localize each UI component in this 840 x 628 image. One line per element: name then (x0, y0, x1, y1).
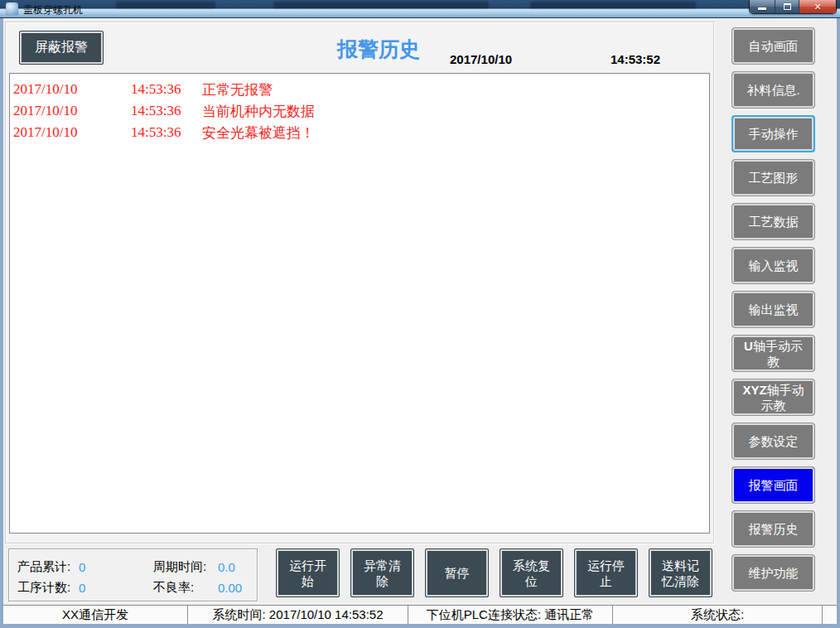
button-label: 系统复位 (507, 558, 556, 589)
alarm-message: 正常无报警 (202, 80, 709, 99)
alarm-message: 当前机种内无数据 (202, 102, 709, 121)
button-label: 工艺数据 (749, 214, 799, 229)
close-button[interactable]: ✕ (799, 0, 836, 13)
alarm-date: 2017/10/10 (13, 81, 131, 98)
button-label: 补料信息. (746, 82, 799, 98)
defect-rate-label: 不良率: (153, 580, 218, 596)
button-label: 自动画面 (749, 38, 799, 54)
button-label: 手动操作 (749, 126, 799, 142)
sidebar-button-refill-info[interactable]: 补料信息. (731, 71, 815, 109)
sidebar-button-maintenance[interactable]: 维护功能 (731, 554, 815, 592)
app-window: 盖板穿螺孔机 ✕ 屏蔽报警 报警历史 2017/10/10 14:53:52 2… (0, 0, 840, 628)
alarm-history-list: 2017/10/10 14:53:36 正常无报警 2017/10/10 14:… (9, 73, 710, 534)
window-title: 盖板穿螺孔机 (23, 3, 83, 17)
button-label: XYZ轴手动示教 (740, 382, 807, 413)
product-total-value: 0 (79, 560, 153, 574)
sidebar-button-manual-operation[interactable]: 手动操作 (731, 115, 815, 152)
window-controls: ✕ (749, 0, 837, 14)
alarm-row[interactable]: 2017/10/10 14:53:36 当前机种内无数据 (13, 100, 709, 122)
process-count-value: 0 (79, 581, 153, 595)
run-stop-button[interactable]: 运行停止 (574, 548, 638, 597)
alarm-message: 安全光幕被遮挡！ (202, 123, 709, 143)
defect-rate-value: 0.00 (218, 581, 242, 595)
button-label: 维护功能 (749, 565, 799, 581)
button-label: 参数设定 (749, 433, 799, 449)
production-stats-panel: 产品累计: 0 周期时间: 0.0 工序计数: 0 不良率: 0.00 (8, 548, 258, 601)
system-reset-button[interactable]: 系统复位 (500, 548, 563, 597)
button-label: 暂停 (445, 565, 470, 581)
feed-memory-clear-button[interactable]: 送料记忆清除 (649, 548, 712, 597)
sidebar-button-alarm-screen[interactable]: 报警画面 (731, 466, 815, 504)
mask-alarm-button[interactable]: 屏蔽报警 (19, 31, 104, 65)
cycle-time-value: 0.0 (218, 560, 235, 574)
minimize-icon (758, 7, 766, 10)
alarm-time: 14:53:36 (131, 81, 202, 98)
alarm-row[interactable]: 2017/10/10 14:53:36 安全光幕被遮挡！ (13, 122, 709, 143)
sidebar-button-process-graphic[interactable]: 工艺图形 (731, 159, 815, 196)
app-icon (6, 2, 18, 15)
alarm-history-panel: 屏蔽报警 报警历史 2017/10/10 14:53:52 2017/10/10… (5, 22, 714, 543)
header-time: 14:53:52 (611, 52, 660, 66)
status-grip-area (823, 606, 837, 624)
process-count-label: 工序计数: (17, 580, 79, 596)
run-start-button[interactable]: 运行开始 (276, 548, 340, 597)
titlebar-reflection (530, 2, 696, 8)
status-plc-connection: 下位机PLC连接状态: 通讯正常 (408, 606, 613, 624)
error-clear-button[interactable]: 异常清除 (350, 548, 414, 597)
alarm-date: 2017/10/10 (13, 124, 131, 141)
status-bar: XX通信开发 系统时间: 2017/10/10 14:53:52 下位机PLC连… (3, 605, 837, 624)
header-date: 2017/10/10 (450, 52, 512, 66)
button-label: 工艺图形 (749, 170, 799, 186)
sidebar-button-parameter-setting[interactable]: 参数设定 (731, 423, 815, 460)
sidebar-button-u-axis-teach[interactable]: U轴手动示教 (731, 335, 815, 372)
titlebar-reflection (273, 2, 489, 8)
button-label: 运行开始 (283, 558, 332, 589)
button-label: 异常清除 (358, 558, 407, 589)
sidebar-button-alarm-history[interactable]: 报警历史 (731, 510, 815, 548)
button-label: U轴手动示教 (740, 338, 807, 370)
sidebar-button-auto-screen[interactable]: 自动画面 (731, 27, 815, 65)
button-label: 输出监视 (749, 302, 799, 317)
titlebar[interactable]: 盖板穿螺孔机 ✕ (0, 0, 840, 18)
status-system-time: 系统时间: 2017/10/10 14:53:52 (188, 606, 408, 624)
button-label: 输入监视 (749, 258, 799, 273)
alarm-time: 14:53:36 (131, 103, 202, 119)
product-total-label: 产品累计: (17, 559, 79, 575)
sidebar-nav: 自动画面 补料信息. 手动操作 工艺图形 工艺数据 输入监视 输出监视 U轴手动… (731, 27, 815, 592)
titlebar-reflection (116, 2, 215, 8)
maximize-button[interactable] (775, 0, 799, 13)
stats-row: 工序计数: 0 不良率: 0.00 (17, 577, 257, 598)
alarm-time: 14:53:36 (131, 124, 202, 141)
button-label: 送料记忆清除 (656, 558, 705, 589)
status-developer: XX通信开发 (3, 606, 188, 624)
alarm-date: 2017/10/10 (13, 103, 131, 119)
button-label: 报警画面 (749, 477, 799, 493)
page-title: 报警历史 (337, 36, 420, 63)
cycle-time-label: 周期时间: (153, 559, 218, 575)
client-area: 屏蔽报警 报警历史 2017/10/10 14:53:52 2017/10/10… (0, 18, 840, 628)
sidebar-button-xyz-axis-teach[interactable]: XYZ轴手动示教 (731, 379, 815, 416)
stats-row: 产品累计: 0 周期时间: 0.0 (17, 557, 257, 577)
pause-button[interactable]: 暂停 (425, 548, 489, 597)
sidebar-button-output-monitor[interactable]: 输出监视 (731, 291, 815, 328)
close-icon: ✕ (813, 2, 821, 12)
maximize-icon (784, 3, 791, 10)
button-label: 运行停止 (582, 558, 630, 589)
alarm-row[interactable]: 2017/10/10 14:53:36 正常无报警 (13, 79, 709, 100)
sidebar-button-input-monitor[interactable]: 输入监视 (731, 247, 815, 284)
minimize-button[interactable] (750, 0, 775, 13)
sidebar-button-process-data[interactable]: 工艺数据 (731, 203, 815, 240)
status-system-state: 系统状态: (613, 606, 823, 624)
button-label: 报警历史 (749, 521, 799, 537)
